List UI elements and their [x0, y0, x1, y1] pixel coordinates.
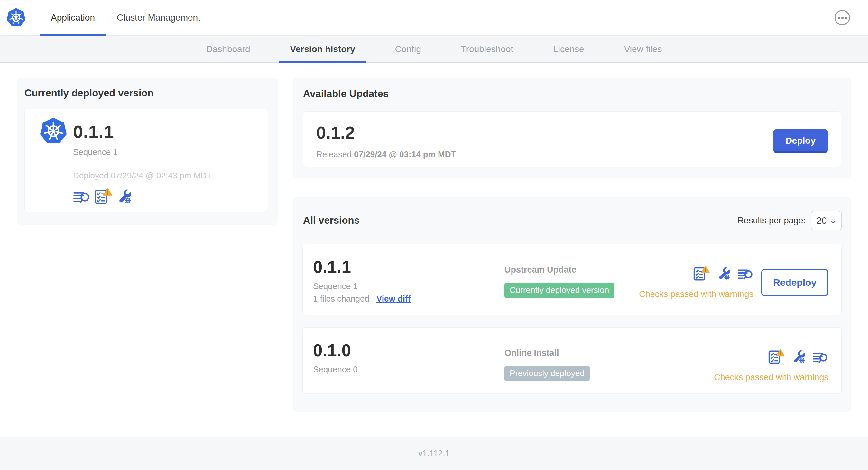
- current-version-deployed-at: Deployed 07/29/24 @ 02:43 pm MDT: [73, 171, 212, 181]
- app-subnav: Dashboard Version history Config Trouble…: [0, 36, 868, 63]
- current-version-card: 0.1.1 Sequence 1 Deployed 07/29/24 @ 02:…: [25, 109, 268, 212]
- row-checks-status: Checks passed with warnings: [639, 289, 753, 299]
- ellipsis-icon: [838, 17, 840, 19]
- app-footer: v1.112.1: [0, 437, 868, 470]
- results-per-page-select[interactable]: 20: [811, 210, 842, 231]
- row-checks-status: Checks passed with warnings: [714, 373, 829, 382]
- available-update-card: 0.1.2 Released 07/29/24 @ 03:14 pm MDT D…: [303, 111, 841, 167]
- available-updates-panel: Available Updates 0.1.2 Released 07/29/2…: [293, 78, 851, 178]
- subnav-view-files[interactable]: View files: [604, 36, 682, 62]
- subnav-config[interactable]: Config: [375, 36, 441, 62]
- row-source-label: Upstream Update: [504, 265, 639, 275]
- deploy-button[interactable]: Deploy: [773, 129, 828, 153]
- tab-application-label: Application: [51, 12, 95, 23]
- all-versions-panel: All versions Results per page: 20 0.1.1: [293, 197, 851, 412]
- current-version-sequence: Sequence 1: [73, 147, 212, 157]
- redeploy-button[interactable]: Redeploy: [761, 269, 829, 296]
- row-files-changed: 1 files changedView diff: [313, 294, 504, 304]
- subnav-version-history[interactable]: Version history: [270, 36, 375, 62]
- results-per-page-label: Results per page:: [737, 216, 806, 226]
- config-wrench-icon[interactable]: [116, 189, 132, 204]
- subnav-troubleshoot[interactable]: Troubleshoot: [441, 36, 533, 62]
- app-logo-icon: [39, 117, 68, 146]
- top-header: Application Cluster Management: [0, 0, 868, 36]
- config-wrench-icon[interactable]: [716, 266, 731, 282]
- app-root: Application Cluster Management Dashboard…: [0, 0, 868, 412]
- all-versions-title: All versions: [303, 215, 360, 226]
- row-version-number: 0.1.0: [313, 340, 504, 360]
- version-row-0-1-0: 0.1.0 Sequence 0 Online Install Previous…: [302, 327, 842, 394]
- row-version-number: 0.1.1: [313, 257, 504, 277]
- chevron-down-icon: [831, 215, 836, 226]
- deploy-logs-icon[interactable]: [737, 268, 753, 282]
- preflight-checks-warning-icon[interactable]: [94, 188, 112, 204]
- current-version-number: 0.1.1: [73, 121, 212, 142]
- version-row-0-1-1: 0.1.1 Sequence 1 1 files changedView dif…: [302, 244, 842, 315]
- current-version-panel: Currently deployed version 0.1.1 Sequenc…: [17, 78, 278, 225]
- top-nav: Application Cluster Management: [40, 0, 211, 35]
- preflight-checks-warning-icon[interactable]: [768, 349, 785, 366]
- tab-application[interactable]: Application: [40, 0, 106, 35]
- update-version-number: 0.1.2: [316, 123, 456, 142]
- console-version: v1.112.1: [418, 448, 450, 459]
- update-released-at: Released 07/29/24 @ 03:14 pm MDT: [316, 149, 456, 160]
- kubernetes-logo-icon: [6, 0, 26, 35]
- config-wrench-icon[interactable]: [791, 349, 806, 366]
- row-sequence: Sequence 1: [313, 281, 504, 291]
- subnav-license[interactable]: License: [533, 36, 604, 62]
- overflow-menu-button[interactable]: [835, 10, 850, 25]
- currently-deployed-badge: Currently deployed version: [504, 282, 614, 298]
- deploy-logs-icon[interactable]: [812, 351, 829, 366]
- preflight-checks-warning-icon[interactable]: [693, 266, 710, 282]
- subnav-dashboard[interactable]: Dashboard: [186, 36, 270, 62]
- tab-cluster-management[interactable]: Cluster Management: [106, 0, 211, 35]
- current-version-title: Currently deployed version: [25, 88, 268, 99]
- view-diff-link[interactable]: View diff: [376, 294, 410, 303]
- deploy-logs-icon[interactable]: [73, 190, 90, 204]
- row-sequence: Sequence 0: [313, 365, 504, 374]
- tab-cluster-management-label: Cluster Management: [117, 12, 200, 23]
- main-content: Currently deployed version 0.1.1 Sequenc…: [0, 63, 868, 412]
- available-updates-title: Available Updates: [303, 88, 841, 100]
- previously-deployed-badge: Previously deployed: [504, 366, 590, 381]
- row-source-label: Online Install: [504, 348, 714, 358]
